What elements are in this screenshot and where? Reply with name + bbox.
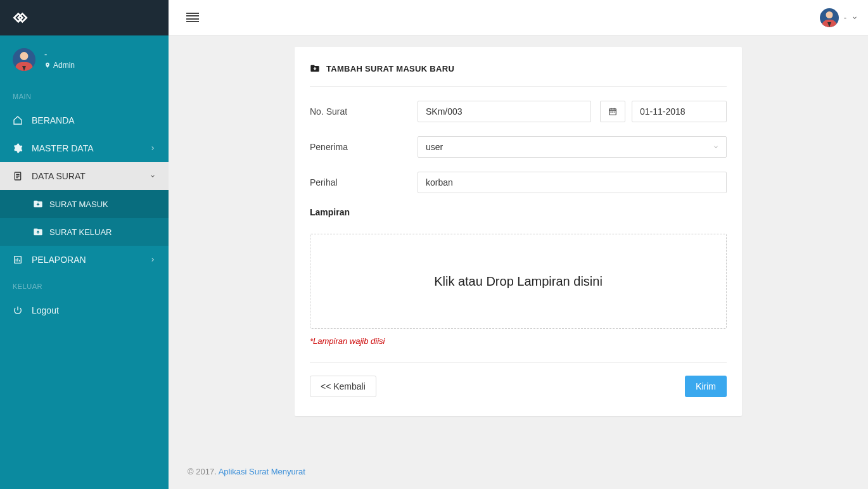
main: - TAMBAH SURAT MASUK BARU No. Surat: [169, 0, 868, 489]
form-actions: << Kembali Kirim: [310, 376, 727, 397]
home-icon: [13, 115, 23, 125]
chevron-down-icon: [852, 15, 858, 21]
chevron-right-icon: [150, 145, 156, 151]
document-icon: [13, 171, 23, 181]
gear-icon: [13, 143, 23, 153]
inbox-icon: [310, 63, 320, 73]
topbar-user-label: -: [844, 13, 846, 22]
svg-rect-4: [612, 111, 613, 113]
nav-section-main: MAIN: [0, 84, 169, 106]
sidebar: - Admin MAIN BERANDA MASTER DATA DATA SU…: [0, 0, 169, 489]
kirim-button[interactable]: Kirim: [685, 376, 727, 397]
nav-logout[interactable]: Logout: [0, 296, 169, 324]
logo-icon: [11, 10, 28, 26]
sidebar-user-role: Admin: [44, 61, 75, 70]
svg-rect-5: [614, 111, 615, 113]
nav-surat-masuk[interactable]: SURAT MASUK: [0, 190, 169, 218]
label-no-surat: No. Surat: [310, 106, 409, 117]
pin-icon: [44, 62, 51, 68]
avatar: [13, 48, 35, 71]
chevron-right-icon: [150, 257, 156, 263]
label-perihal: Perihal: [310, 177, 409, 187]
input-perihal[interactable]: [418, 172, 727, 193]
row-penerima: Penerima user: [310, 136, 727, 158]
report-icon: [13, 255, 23, 265]
nav-master-data[interactable]: MASTER DATA: [0, 134, 169, 162]
inbox-icon: [33, 199, 43, 209]
row-no-surat: No. Surat: [310, 101, 727, 122]
avatar: [820, 8, 839, 27]
nav-sub-data-surat: SURAT MASUK SURAT KELUAR: [0, 190, 169, 246]
nav-pelaporan[interactable]: PELAPORAN: [0, 246, 169, 274]
nav-data-surat[interactable]: DATA SURAT: [0, 162, 169, 190]
nav-section-keluar: KELUAR: [0, 274, 169, 296]
sidebar-user-name: -: [44, 49, 75, 59]
chevron-down-icon: [150, 173, 156, 179]
outbox-icon: [33, 227, 43, 237]
nav-surat-keluar[interactable]: SURAT KELUAR: [0, 218, 169, 246]
calendar-icon: [608, 107, 617, 116]
content: TAMBAH SURAT MASUK BARU No. Surat Peneri…: [169, 35, 868, 457]
svg-rect-3: [611, 111, 612, 113]
card-header: TAMBAH SURAT MASUK BARU: [310, 63, 727, 87]
power-icon: [13, 305, 23, 315]
lampiran-block: Lampiran Klik atau Drop Lampiran disini …: [310, 207, 727, 346]
select-penerima[interactable]: user: [418, 136, 727, 158]
footer: © 2017. Aplikasi Surat Menyurat: [169, 457, 868, 489]
brand[interactable]: [0, 0, 169, 35]
label-lampiran: Lampiran: [310, 207, 727, 217]
footer-copyright: © 2017.: [188, 467, 219, 476]
menu-toggle[interactable]: [186, 13, 199, 23]
form-card: TAMBAH SURAT MASUK BARU No. Surat Peneri…: [295, 47, 742, 416]
divider: [310, 362, 727, 363]
input-no-surat[interactable]: [418, 101, 591, 122]
dropzone-lampiran[interactable]: Klik atau Drop Lampiran disini: [310, 234, 727, 329]
nav-beranda[interactable]: BERANDA: [0, 106, 169, 134]
card-title: TAMBAH SURAT MASUK BARU: [326, 64, 454, 73]
date-picker-trigger[interactable]: [600, 101, 625, 122]
kembali-button[interactable]: << Kembali: [310, 376, 376, 397]
footer-link[interactable]: Aplikasi Surat Menyurat: [219, 467, 305, 476]
row-perihal: Perihal: [310, 172, 727, 193]
topbar-user-menu[interactable]: -: [820, 8, 858, 27]
label-penerima: Penerima: [310, 142, 409, 152]
sidebar-user: - Admin: [0, 35, 169, 84]
topbar: -: [169, 0, 868, 35]
input-tanggal[interactable]: [632, 101, 727, 122]
lampiran-note: *Lampiran wajib diisi: [310, 336, 727, 346]
